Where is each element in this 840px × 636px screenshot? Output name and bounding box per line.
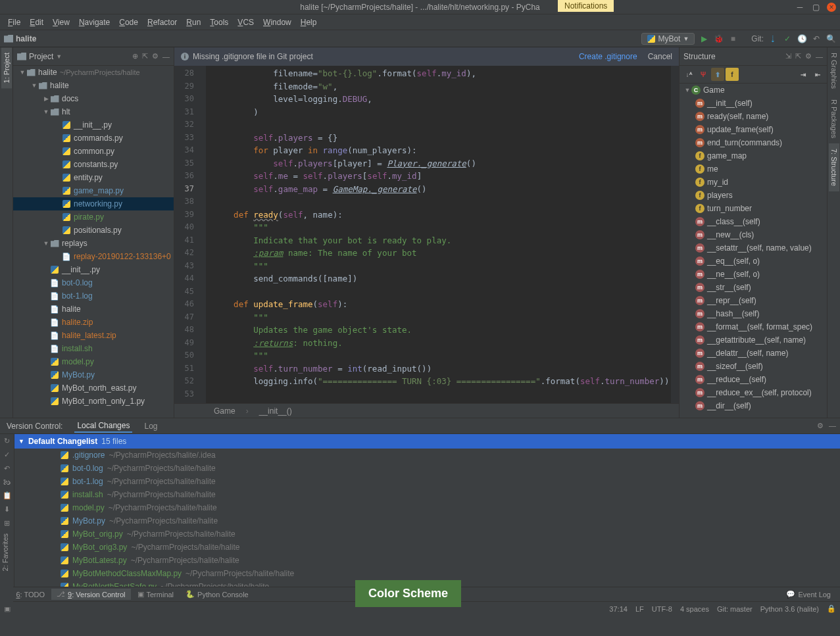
menu-refactor[interactable]: Refactor xyxy=(143,16,181,28)
tree-item[interactable]: 📄bot-1.log xyxy=(13,289,174,303)
menu-code[interactable]: Code xyxy=(115,16,142,28)
structure-item[interactable]: m__new__(cls) xyxy=(679,228,827,241)
maximize-icon[interactable]: ▢ xyxy=(811,3,820,12)
tree-item[interactable]: 📄replay-20190122-133136+0 xyxy=(13,250,174,263)
tab-rgraphics[interactable]: R Graphics xyxy=(829,47,839,94)
tree-item[interactable]: networking.py xyxy=(13,197,174,210)
gear-icon[interactable] xyxy=(817,422,824,430)
git-update-icon[interactable]: ⭭ xyxy=(768,34,778,44)
changelist-header[interactable]: ▼ Default Changelist 15 files xyxy=(14,434,840,449)
autoscroll-icon[interactable]: ⇥ xyxy=(797,68,810,81)
toolwin-terminal[interactable]: ▣Terminal xyxy=(132,589,180,600)
tab-favorites[interactable]: 2: Favorites xyxy=(0,528,11,576)
expand-icon[interactable]: ⇲ xyxy=(785,52,791,61)
menu-edit[interactable]: Edit xyxy=(26,16,47,28)
diff-icon[interactable]: 🙤 xyxy=(3,478,11,486)
structure-item[interactable]: m__getattribute__(self, name) xyxy=(679,333,827,347)
structure-item[interactable]: m__reduce_ex__(self, protocol) xyxy=(679,386,827,399)
hide-icon[interactable]: — xyxy=(162,53,170,61)
tree-item[interactable]: ▼replays xyxy=(13,237,174,250)
shelve-icon[interactable]: ⬇ xyxy=(4,505,10,514)
notification-cancel[interactable]: Cancel xyxy=(648,52,672,61)
filter-inherited-icon[interactable]: ⬆ xyxy=(711,68,724,81)
structure-item[interactable]: m__init__(self) xyxy=(679,97,827,110)
tree-item[interactable]: ▼halite~/PycharmProjects/halite xyxy=(13,66,174,79)
change-item[interactable]: MyBot_orig3.py~/PycharmProjects/halite/h… xyxy=(14,541,840,554)
minimize-icon[interactable]: ─ xyxy=(795,3,804,12)
structure-item[interactable]: m__hash__(self) xyxy=(679,307,827,320)
tree-item[interactable]: __init__.py xyxy=(13,263,174,276)
rollback-icon[interactable]: ↶ xyxy=(4,464,10,473)
run-config-selector[interactable]: MyBot ▼ xyxy=(641,33,695,45)
tree-item[interactable]: __init__.py xyxy=(13,118,174,132)
structure-item[interactable]: m__repr__(self) xyxy=(679,294,827,307)
menu-tools[interactable]: Tools xyxy=(206,16,232,28)
menu-navigate[interactable]: Navigate xyxy=(75,16,114,28)
change-item[interactable]: MyBotLatest.py~/PycharmProjects/halite/h… xyxy=(14,554,840,567)
sort-icon[interactable]: ↓ᴬ xyxy=(682,68,695,81)
menu-file[interactable]: File xyxy=(4,16,24,28)
tree-item[interactable]: model.py xyxy=(13,355,174,368)
git-commit-icon[interactable]: ✓ xyxy=(782,34,793,44)
structure-item[interactable]: mend_turn(commands) xyxy=(679,136,827,149)
project-tree[interactable]: ▼halite~/PycharmProjects/halite▼halite▶d… xyxy=(13,66,174,418)
structure-item[interactable]: ▼CGame xyxy=(679,84,827,97)
change-item[interactable]: .gitignore~/PycharmProjects/halite/.idea xyxy=(14,449,840,462)
structure-item[interactable]: m__setattr__(self, name, value) xyxy=(679,241,827,255)
git-revert-icon[interactable]: ↶ xyxy=(811,34,822,44)
tree-item[interactable]: 📄halite.zip xyxy=(13,316,174,329)
tree-item[interactable]: 📄halite_latest.zip xyxy=(13,329,174,342)
code-editor[interactable]: 2829303132333435363738394041424344454647… xyxy=(174,66,679,403)
refresh-icon[interactable]: ↻ xyxy=(4,437,10,445)
collapse-icon[interactable]: ⇱ xyxy=(142,52,148,61)
toolwin-versioncontrol[interactable]: ⎇9: Version Control xyxy=(51,589,130,600)
structure-item[interactable]: m__format__(self, format_spec) xyxy=(679,320,827,333)
structure-item[interactable]: fplayers xyxy=(679,189,827,202)
notification-action[interactable]: Create .gitignore xyxy=(579,52,637,61)
search-icon[interactable]: 🔍 xyxy=(826,34,836,44)
run-icon[interactable]: ▶ xyxy=(699,34,709,44)
cursor-position[interactable]: 37:14 xyxy=(609,605,628,613)
vc-content[interactable]: ▼ Default Changelist 15 files .gitignore… xyxy=(14,434,840,587)
structure-item[interactable]: fturn_number xyxy=(679,202,827,215)
structure-item[interactable]: mupdate_frame(self) xyxy=(679,123,827,136)
structure-item[interactable]: m__ne__(self, o) xyxy=(679,268,827,281)
tree-item[interactable]: 📄bot-0.log xyxy=(13,276,174,289)
structure-item[interactable]: m__class__(self) xyxy=(679,215,827,228)
tree-item[interactable]: commands.py xyxy=(13,132,174,145)
structure-item[interactable]: fgame_map xyxy=(679,149,827,162)
tree-item[interactable]: ▼halite xyxy=(13,79,174,92)
tree-item[interactable]: constants.py xyxy=(13,158,174,171)
close-icon[interactable]: × xyxy=(827,3,836,12)
filter-icon[interactable]: Ψ xyxy=(697,68,710,81)
change-item[interactable]: MyBot_orig.py~/PycharmProjects/halite/ha… xyxy=(14,527,840,541)
commit-icon[interactable]: ✓ xyxy=(4,451,10,459)
structure-item[interactable]: m__str__(self) xyxy=(679,281,827,294)
tree-item[interactable]: ▼hlt xyxy=(13,105,174,118)
tree-item[interactable]: positionals.py xyxy=(13,224,174,237)
change-item[interactable]: MyBot.py~/PycharmProjects/halite/halite xyxy=(14,514,840,527)
lock-icon[interactable]: 🔒 xyxy=(827,604,836,613)
tab-log[interactable]: Log xyxy=(141,420,160,432)
tree-item[interactable]: 📄halite xyxy=(13,303,174,316)
interpreter[interactable]: Python 3.6 (halite) xyxy=(760,605,819,613)
code-content[interactable]: filename="bot-{}.log".format(self.my_id)… xyxy=(206,66,671,403)
encoding[interactable]: UTF-8 xyxy=(652,605,672,613)
tab-project[interactable]: 1: Project xyxy=(1,47,12,88)
locate-icon[interactable]: ⊕ xyxy=(132,52,138,61)
git-branch[interactable]: Git: master xyxy=(717,605,753,613)
chevron-down-icon[interactable]: ▼ xyxy=(56,53,62,60)
debug-icon[interactable]: 🐞 xyxy=(713,34,724,44)
change-item[interactable]: bot-0.log~/PycharmProjects/halite/halite xyxy=(14,462,840,475)
tree-item[interactable]: ▶docs xyxy=(13,92,174,105)
hide-icon[interactable]: — xyxy=(829,422,836,430)
tree-item[interactable]: common.py xyxy=(13,145,174,158)
tree-item[interactable]: game_map.py xyxy=(13,184,174,197)
structure-tree[interactable]: ▼CGamem__init__(self)mready(self, name)m… xyxy=(679,84,827,418)
tree-item[interactable]: pirate.py xyxy=(13,210,174,224)
gear-icon[interactable] xyxy=(152,52,159,61)
change-item[interactable]: bot-1.log~/PycharmProjects/halite/halite xyxy=(14,475,840,488)
tree-item[interactable]: MyBot_north_only_1.py xyxy=(13,395,174,408)
structure-item[interactable]: m__delattr__(self, name) xyxy=(679,347,827,360)
structure-item[interactable]: fmy_id xyxy=(679,176,827,189)
